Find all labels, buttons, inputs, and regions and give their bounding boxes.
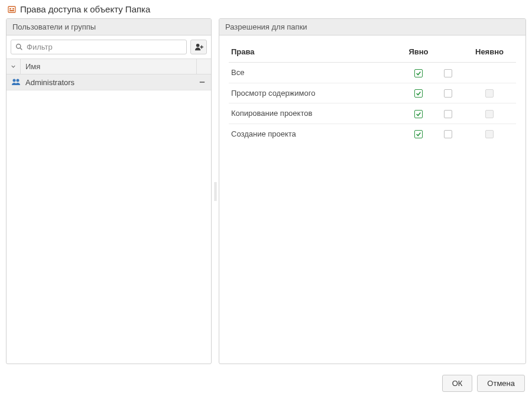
checkbox[interactable]: [414, 130, 423, 138]
checkbox: [485, 130, 494, 138]
cell-explicit-allow: [404, 63, 433, 83]
permissions-panel: Разрешения для папки Права Явно Неявно В…: [219, 18, 526, 364]
svg-rect-1: [9, 8, 11, 9]
cell-explicit-allow: [404, 103, 433, 124]
cancel-button[interactable]: Отмена: [477, 375, 525, 392]
cell-explicit-deny: [433, 124, 463, 144]
ok-button[interactable]: ОК: [442, 375, 473, 392]
col-header-rights: Права: [229, 44, 404, 63]
list-item-name: Administrators: [25, 78, 193, 87]
cell-implicit: [463, 63, 516, 83]
checkbox[interactable]: [414, 110, 423, 118]
col-header-explicit-allow: Явно: [404, 44, 433, 63]
dialog-window: Права доступа к объекту Папка Пользовате…: [0, 0, 532, 399]
checkbox: [485, 110, 494, 118]
splitter-handle-icon: [215, 182, 216, 201]
permission-row: Просмотр содержимого: [229, 83, 516, 103]
user-plus-icon: [194, 43, 203, 51]
checkbox[interactable]: [414, 89, 423, 98]
permission-label: Просмотр содержимого: [229, 83, 404, 103]
add-user-button[interactable]: [190, 40, 207, 54]
cell-explicit-deny: [433, 103, 463, 124]
cell-implicit: [463, 103, 516, 124]
titlebar: Права доступа к объекту Папка: [0, 0, 532, 18]
svg-point-6: [196, 44, 199, 47]
group-icon: [11, 77, 21, 87]
sort-dropdown-toggle[interactable]: [7, 59, 21, 74]
remove-item-button[interactable]: [198, 78, 206, 86]
list-item[interactable]: Administrators: [7, 74, 211, 90]
users-groups-panel: Пользователи и группы Имя Administrators: [6, 18, 212, 364]
svg-rect-2: [12, 8, 14, 9]
users-grid-header: Имя: [7, 59, 211, 74]
dialog-title: Права доступа к объекту Папка: [20, 4, 150, 14]
permission-row: Копирование проектов: [229, 103, 516, 124]
filter-input-wrap[interactable]: [11, 40, 187, 54]
permission-row: Все: [229, 63, 516, 83]
checkbox: [485, 89, 494, 98]
cell-implicit: [463, 83, 516, 103]
svg-rect-3: [9, 10, 14, 11]
permission-label: Все: [229, 63, 404, 83]
checkbox[interactable]: [444, 130, 452, 138]
permissions-icon: [7, 5, 17, 14]
col-header-name[interactable]: Имя: [21, 59, 197, 74]
filter-row: [7, 35, 211, 59]
filter-input[interactable]: [27, 43, 182, 51]
cell-explicit-deny: [433, 63, 463, 83]
cell-explicit-allow: [404, 83, 433, 103]
checkbox[interactable]: [444, 110, 452, 118]
col-header-implicit: Неявно: [463, 44, 516, 63]
users-list: Administrators: [7, 74, 211, 364]
svg-point-4: [17, 44, 21, 48]
checkbox[interactable]: [444, 69, 452, 77]
svg-point-9: [13, 79, 16, 82]
permission-label: Создание проекта: [229, 124, 404, 144]
cell-explicit-allow: [404, 124, 433, 144]
chevron-down-icon: [11, 64, 15, 69]
content-area: Пользователи и группы Имя Administrators: [0, 18, 532, 370]
checkbox[interactable]: [444, 89, 452, 98]
svg-line-5: [20, 48, 22, 50]
users-panel-header: Пользователи и группы: [7, 19, 211, 35]
splitter[interactable]: [214, 18, 216, 364]
col-header-action: [197, 59, 211, 74]
svg-point-10: [17, 79, 20, 82]
permissions-table: Права Явно Неявно ВсеПросмотр содержимог…: [229, 44, 516, 144]
dialog-footer: ОК Отмена: [0, 370, 532, 399]
permission-row: Создание проекта: [229, 124, 516, 144]
cell-explicit-deny: [433, 83, 463, 103]
cell-implicit: [463, 124, 516, 144]
search-icon: [15, 43, 23, 51]
permission-label: Копирование проектов: [229, 103, 404, 124]
svg-rect-0: [8, 7, 15, 12]
permissions-panel-header: Разрешения для папки: [219, 19, 525, 35]
col-header-explicit-deny: [433, 44, 463, 63]
checkbox[interactable]: [414, 69, 423, 77]
permissions-body: Права Явно Неявно ВсеПросмотр содержимог…: [219, 35, 525, 148]
